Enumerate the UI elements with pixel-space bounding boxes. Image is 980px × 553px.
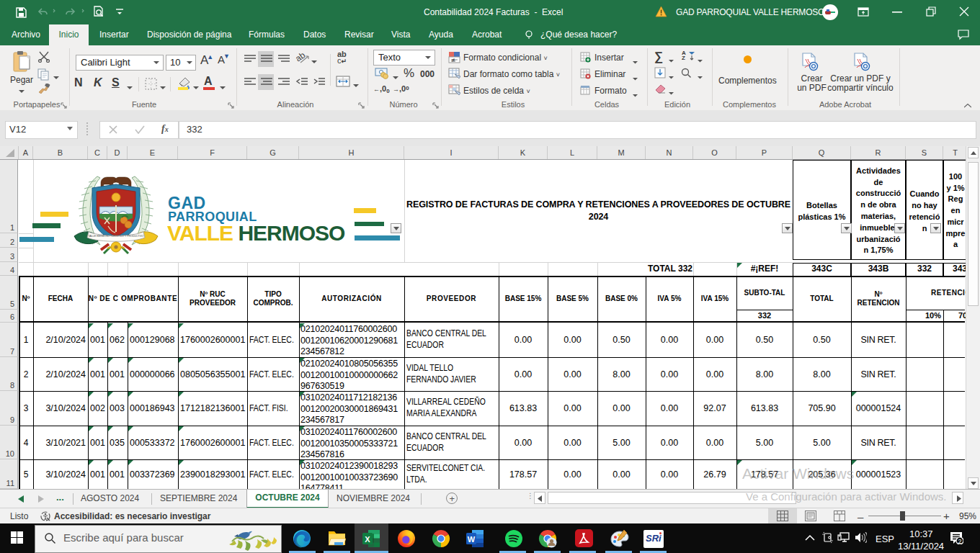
svg-text:2: 2 bbox=[958, 538, 961, 545]
svg-text:≠: ≠ bbox=[452, 57, 455, 63]
svg-text:X: X bbox=[365, 535, 370, 544]
svg-text:VALLE HERMOSO TURISTICO Y PROD: VALLE HERMOSO TURISTICO Y PRODUCTIVO bbox=[89, 235, 144, 238]
svg-text:W: W bbox=[468, 535, 476, 544]
